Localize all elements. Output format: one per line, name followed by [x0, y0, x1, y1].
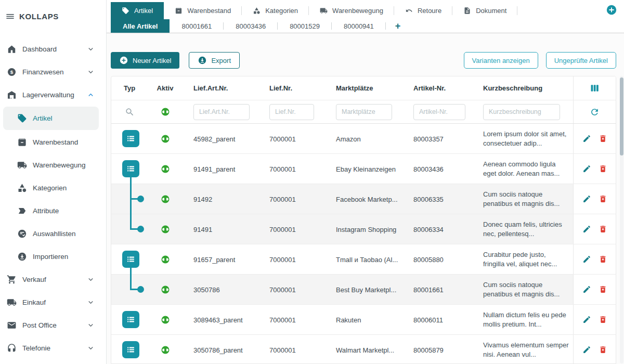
sidebar-item-telefonie[interactable]: Telefonie [0, 336, 106, 359]
delete-article-button[interactable] [599, 285, 607, 294]
active-status-toggle[interactable] [161, 134, 170, 144]
list-icon [125, 254, 136, 265]
sidebar-item-finanzwesen[interactable]: $Finanzwesen [0, 60, 106, 83]
filter-lief-art-nr-input[interactable] [193, 104, 250, 120]
sidebar-item-auswahllisten[interactable]: Auswahllisten [0, 222, 106, 245]
cell-lief-art-nr: 3089463_parent [183, 315, 263, 324]
hamburger-menu-icon[interactable] [5, 11, 15, 21]
edit-article-button[interactable] [582, 345, 591, 354]
variant-connector-line [130, 177, 132, 185]
refresh-button[interactable] [590, 107, 600, 117]
subtab-80001661[interactable]: 80001661 [170, 19, 224, 33]
table-scrollbar[interactable] [620, 76, 623, 363]
export-button[interactable]: Export [189, 52, 240, 69]
cell-value: Amazon [336, 135, 361, 143]
sidebar-item-einkauf[interactable]: Einkauf [0, 291, 106, 314]
cell-value: 7000001 [269, 196, 296, 203]
document-file-icon [463, 7, 471, 15]
filter-cell-marktpl-tze [328, 104, 406, 120]
active-toggle-icon [161, 345, 170, 355]
active-status-toggle[interactable] [161, 285, 170, 294]
trash-delete-icon [599, 225, 607, 233]
sidebar-item-artikel[interactable]: Artikel [3, 107, 99, 130]
scrollbar-thumb[interactable] [620, 77, 623, 155]
cell-typ [111, 184, 148, 214]
filter-marktplatz-input[interactable] [336, 104, 392, 120]
delete-article-button[interactable] [599, 194, 607, 203]
tab-dokument[interactable]: Dokument [452, 2, 517, 19]
delete-article-button[interactable] [599, 315, 607, 324]
table-filter-row [111, 100, 616, 124]
cell-actions [573, 124, 616, 153]
edit-article-button[interactable] [582, 164, 591, 173]
cell-lief-nr: 7000001 [263, 285, 328, 294]
expand-variants-button[interactable] [122, 251, 139, 268]
delete-article-button[interactable] [599, 255, 607, 264]
pencil-icon [582, 285, 591, 294]
cell-kurzbeschreibung: Lorem ipsum dolor sit amet, consectetuer… [471, 129, 573, 148]
add-tab-button[interactable] [606, 4, 617, 16]
cell-lief-nr: 7000001 [263, 225, 328, 234]
delete-article-button[interactable] [599, 345, 607, 354]
sidebar-item-importieren[interactable]: Importieren [0, 245, 106, 268]
sidebar-item-warenbestand[interactable]: Warenbestand [0, 131, 106, 153]
active-status-toggle[interactable] [161, 164, 170, 174]
pencil-icon [582, 255, 591, 264]
expand-variants-button[interactable] [122, 130, 139, 147]
edit-article-button[interactable] [582, 315, 591, 324]
edit-article-button[interactable] [582, 194, 591, 203]
show-variants-button[interactable]: Varianten anzeigen [464, 52, 538, 69]
unchecked-articles-button[interactable]: Ungeprüfte Artikel [546, 52, 616, 69]
sidebar-item-dashboard[interactable]: Dashboard [0, 37, 106, 60]
tab-warenbewegung[interactable]: Warenbewegung [309, 2, 394, 19]
filter-kurzbeschreibung-input[interactable] [483, 104, 560, 120]
active-status-toggle[interactable] [161, 345, 170, 355]
sidebar-item-post-office[interactable]: Post Office [0, 314, 106, 336]
tab-kategorien[interactable]: Kategorien [242, 2, 309, 19]
mail-envelope-icon [5, 320, 18, 330]
subtab-alle-artikel[interactable]: Alle Artikel [111, 19, 170, 33]
return-arrow-icon [405, 7, 413, 15]
edit-article-button[interactable] [582, 285, 591, 294]
filter-lief-nr-input[interactable] [269, 104, 314, 120]
column-settings-button[interactable] [590, 83, 600, 93]
cell-value: 80003436 [413, 165, 444, 173]
expand-variants-button[interactable] [122, 160, 139, 177]
cell-typ [111, 244, 148, 274]
sidebar-item-attribute[interactable]: Attribute [0, 199, 106, 222]
subtab-80003436[interactable]: 80003436 [224, 19, 278, 33]
filter-artikel-nr-input[interactable] [413, 104, 465, 120]
cell-value: 7000001 [269, 165, 296, 173]
delete-article-button[interactable] [599, 134, 607, 143]
delete-article-button[interactable] [599, 164, 607, 173]
sidebar-item-verkauf[interactable]: Verkauf [0, 268, 106, 291]
active-filter-toggle[interactable] [161, 107, 170, 116]
expand-variants-button[interactable] [122, 341, 139, 358]
sidebar-item-lagerverwaltung[interactable]: Lagerverwaltung [0, 83, 106, 106]
subtab-80000941[interactable]: 80000941 [332, 19, 386, 33]
cell-value: Walmart Marketpl... [336, 346, 394, 354]
active-status-toggle[interactable] [161, 315, 170, 324]
active-status-toggle[interactable] [161, 255, 170, 264]
sidebar-item-label: Artikel [33, 114, 53, 122]
edit-article-button[interactable] [582, 225, 591, 233]
delete-article-button[interactable] [599, 225, 607, 233]
cell-value: 80001661 [413, 286, 444, 294]
new-article-button[interactable]: Neuer Artikel [111, 52, 179, 69]
edit-article-button[interactable] [582, 255, 591, 264]
expand-variants-button[interactable] [122, 311, 139, 328]
tab-warenbestand[interactable]: Warenbestand [164, 2, 242, 19]
active-status-toggle[interactable] [161, 194, 170, 204]
cell-value: 7000001 [269, 316, 296, 324]
tab-artikel[interactable]: Artikel [111, 2, 164, 19]
cell-aktiv [148, 134, 183, 144]
sidebar-item-kategorien[interactable]: Kategorien [0, 176, 106, 199]
column-header-lief-art-nr: Lief.Art.Nr. [183, 84, 263, 92]
cell-typ [111, 124, 148, 153]
subtab-80001529[interactable]: 80001529 [278, 19, 332, 33]
tab-retoure[interactable]: Retoure [394, 2, 452, 19]
sidebar-item-warenbewegung[interactable]: Warenbewegung [0, 153, 106, 176]
add-article-tab-button[interactable]: + [386, 19, 410, 33]
edit-article-button[interactable] [582, 134, 591, 143]
active-status-toggle[interactable] [161, 225, 170, 234]
